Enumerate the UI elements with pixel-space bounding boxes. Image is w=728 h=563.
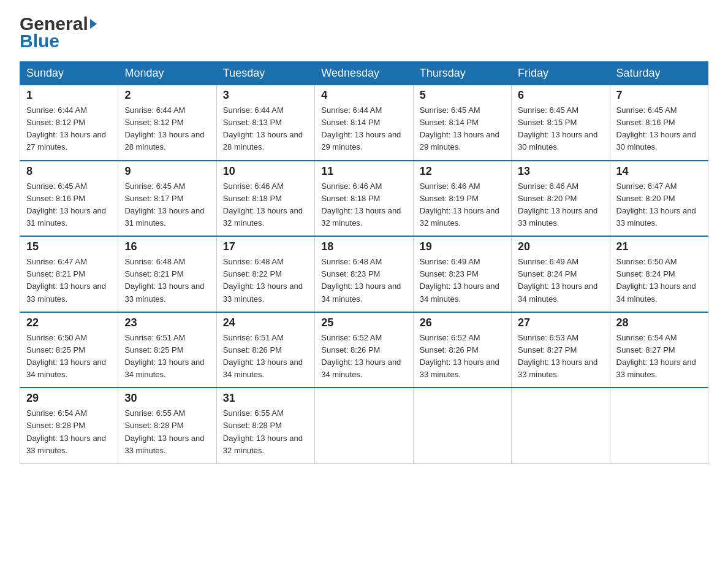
day-number: 11 (321, 165, 406, 178)
calendar-week-row: 29 Sunrise: 6:54 AMSunset: 8:28 PMDaylig… (20, 388, 708, 463)
calendar-cell: 25 Sunrise: 6:52 AMSunset: 8:26 PMDaylig… (315, 312, 413, 388)
calendar-cell (512, 388, 610, 463)
calendar-cell: 6 Sunrise: 6:45 AMSunset: 8:15 PMDayligh… (512, 85, 610, 161)
calendar-header-saturday: Saturday (610, 62, 708, 85)
calendar-header-wednesday: Wednesday (315, 62, 413, 85)
calendar-cell: 22 Sunrise: 6:50 AMSunset: 8:25 PMDaylig… (20, 312, 118, 388)
day-number: 6 (518, 89, 603, 102)
calendar-cell: 29 Sunrise: 6:54 AMSunset: 8:28 PMDaylig… (20, 388, 118, 463)
calendar-cell: 5 Sunrise: 6:45 AMSunset: 8:14 PMDayligh… (413, 85, 511, 161)
day-number: 22 (26, 316, 112, 329)
day-info: Sunrise: 6:48 AMSunset: 8:22 PMDaylight:… (223, 257, 303, 303)
day-info: Sunrise: 6:46 AMSunset: 8:19 PMDaylight:… (420, 182, 499, 228)
day-info: Sunrise: 6:47 AMSunset: 8:20 PMDaylight:… (616, 182, 696, 228)
day-number: 18 (321, 240, 406, 253)
day-info: Sunrise: 6:45 AMSunset: 8:15 PMDaylight:… (518, 105, 597, 151)
day-info: Sunrise: 6:52 AMSunset: 8:26 PMDaylight:… (420, 333, 499, 379)
calendar-week-row: 1 Sunrise: 6:44 AMSunset: 8:12 PMDayligh… (20, 85, 708, 161)
calendar-cell: 30 Sunrise: 6:55 AMSunset: 8:28 PMDaylig… (118, 388, 216, 463)
day-info: Sunrise: 6:44 AMSunset: 8:12 PMDaylight:… (124, 105, 204, 151)
day-number: 30 (124, 392, 210, 405)
day-info: Sunrise: 6:45 AMSunset: 8:14 PMDaylight:… (420, 105, 499, 151)
calendar-header-row: SundayMondayTuesdayWednesdayThursdayFrid… (20, 62, 708, 85)
calendar-header-friday: Friday (512, 62, 610, 85)
calendar-cell: 23 Sunrise: 6:51 AMSunset: 8:25 PMDaylig… (118, 312, 216, 388)
calendar-cell: 13 Sunrise: 6:46 AMSunset: 8:20 PMDaylig… (512, 161, 610, 237)
day-info: Sunrise: 6:55 AMSunset: 8:28 PMDaylight:… (124, 408, 204, 454)
calendar-cell: 17 Sunrise: 6:48 AMSunset: 8:22 PMDaylig… (216, 236, 314, 312)
day-info: Sunrise: 6:45 AMSunset: 8:17 PMDaylight:… (124, 182, 204, 228)
day-number: 9 (124, 165, 210, 178)
day-number: 2 (124, 89, 210, 102)
day-number: 10 (223, 165, 308, 178)
day-number: 25 (321, 316, 406, 329)
calendar-header-thursday: Thursday (413, 62, 511, 85)
day-number: 15 (26, 240, 112, 253)
calendar-cell: 3 Sunrise: 6:44 AMSunset: 8:13 PMDayligh… (216, 85, 314, 161)
calendar-cell: 2 Sunrise: 6:44 AMSunset: 8:12 PMDayligh… (118, 85, 216, 161)
calendar-cell: 4 Sunrise: 6:44 AMSunset: 8:14 PMDayligh… (315, 85, 413, 161)
calendar-week-row: 22 Sunrise: 6:50 AMSunset: 8:25 PMDaylig… (20, 312, 708, 388)
day-number: 26 (420, 316, 505, 329)
day-number: 1 (26, 89, 112, 102)
calendar-table: SundayMondayTuesdayWednesdayThursdayFrid… (20, 61, 708, 464)
day-info: Sunrise: 6:47 AMSunset: 8:21 PMDaylight:… (26, 257, 106, 303)
calendar-cell: 7 Sunrise: 6:45 AMSunset: 8:16 PMDayligh… (610, 85, 708, 161)
day-number: 13 (518, 165, 603, 178)
day-info: Sunrise: 6:51 AMSunset: 8:26 PMDaylight:… (223, 333, 303, 379)
calendar-cell (610, 388, 708, 463)
day-number: 23 (124, 316, 210, 329)
calendar-cell: 16 Sunrise: 6:48 AMSunset: 8:21 PMDaylig… (118, 236, 216, 312)
calendar-header-monday: Monday (118, 62, 216, 85)
day-info: Sunrise: 6:54 AMSunset: 8:28 PMDaylight:… (26, 408, 106, 454)
day-info: Sunrise: 6:44 AMSunset: 8:12 PMDaylight:… (26, 105, 106, 151)
day-info: Sunrise: 6:49 AMSunset: 8:24 PMDaylight:… (518, 257, 597, 303)
day-info: Sunrise: 6:53 AMSunset: 8:27 PMDaylight:… (518, 333, 597, 379)
day-info: Sunrise: 6:52 AMSunset: 8:26 PMDaylight:… (321, 333, 401, 379)
day-info: Sunrise: 6:44 AMSunset: 8:13 PMDaylight:… (223, 105, 303, 151)
day-number: 12 (420, 165, 505, 178)
calendar-cell: 9 Sunrise: 6:45 AMSunset: 8:17 PMDayligh… (118, 161, 216, 237)
day-number: 29 (26, 392, 112, 405)
page-header: General Blue (20, 15, 708, 52)
day-number: 7 (616, 89, 702, 102)
calendar-cell: 1 Sunrise: 6:44 AMSunset: 8:12 PMDayligh… (20, 85, 118, 161)
day-info: Sunrise: 6:55 AMSunset: 8:28 PMDaylight:… (223, 408, 303, 454)
day-info: Sunrise: 6:48 AMSunset: 8:21 PMDaylight:… (124, 257, 204, 303)
calendar-cell: 24 Sunrise: 6:51 AMSunset: 8:26 PMDaylig… (216, 312, 314, 388)
calendar-cell: 14 Sunrise: 6:47 AMSunset: 8:20 PMDaylig… (610, 161, 708, 237)
day-info: Sunrise: 6:49 AMSunset: 8:23 PMDaylight:… (420, 257, 499, 303)
day-info: Sunrise: 6:45 AMSunset: 8:16 PMDaylight:… (616, 105, 696, 151)
day-info: Sunrise: 6:50 AMSunset: 8:25 PMDaylight:… (26, 333, 106, 379)
logo-blue: Blue (20, 31, 59, 52)
day-info: Sunrise: 6:46 AMSunset: 8:20 PMDaylight:… (518, 182, 597, 228)
day-number: 20 (518, 240, 603, 253)
calendar-cell: 15 Sunrise: 6:47 AMSunset: 8:21 PMDaylig… (20, 236, 118, 312)
calendar-cell: 19 Sunrise: 6:49 AMSunset: 8:23 PMDaylig… (413, 236, 511, 312)
day-number: 5 (420, 89, 505, 102)
day-number: 8 (26, 165, 112, 178)
day-info: Sunrise: 6:44 AMSunset: 8:14 PMDaylight:… (321, 105, 401, 151)
calendar-cell: 12 Sunrise: 6:46 AMSunset: 8:19 PMDaylig… (413, 161, 511, 237)
day-info: Sunrise: 6:54 AMSunset: 8:27 PMDaylight:… (616, 333, 696, 379)
calendar-cell: 27 Sunrise: 6:53 AMSunset: 8:27 PMDaylig… (512, 312, 610, 388)
day-info: Sunrise: 6:45 AMSunset: 8:16 PMDaylight:… (26, 182, 106, 228)
day-info: Sunrise: 6:51 AMSunset: 8:25 PMDaylight:… (124, 333, 204, 379)
day-info: Sunrise: 6:46 AMSunset: 8:18 PMDaylight:… (321, 182, 401, 228)
calendar-header-tuesday: Tuesday (216, 62, 314, 85)
calendar-cell: 8 Sunrise: 6:45 AMSunset: 8:16 PMDayligh… (20, 161, 118, 237)
day-number: 28 (616, 316, 702, 329)
day-number: 17 (223, 240, 308, 253)
day-number: 27 (518, 316, 603, 329)
calendar-cell: 26 Sunrise: 6:52 AMSunset: 8:26 PMDaylig… (413, 312, 511, 388)
day-number: 14 (616, 165, 702, 178)
day-info: Sunrise: 6:46 AMSunset: 8:18 PMDaylight:… (223, 182, 303, 228)
calendar-header-sunday: Sunday (20, 62, 118, 85)
calendar-cell: 10 Sunrise: 6:46 AMSunset: 8:18 PMDaylig… (216, 161, 314, 237)
calendar-cell: 18 Sunrise: 6:48 AMSunset: 8:23 PMDaylig… (315, 236, 413, 312)
calendar-cell (315, 388, 413, 463)
calendar-cell: 11 Sunrise: 6:46 AMSunset: 8:18 PMDaylig… (315, 161, 413, 237)
day-number: 16 (124, 240, 210, 253)
calendar-week-row: 8 Sunrise: 6:45 AMSunset: 8:16 PMDayligh… (20, 161, 708, 237)
day-info: Sunrise: 6:48 AMSunset: 8:23 PMDaylight:… (321, 257, 401, 303)
